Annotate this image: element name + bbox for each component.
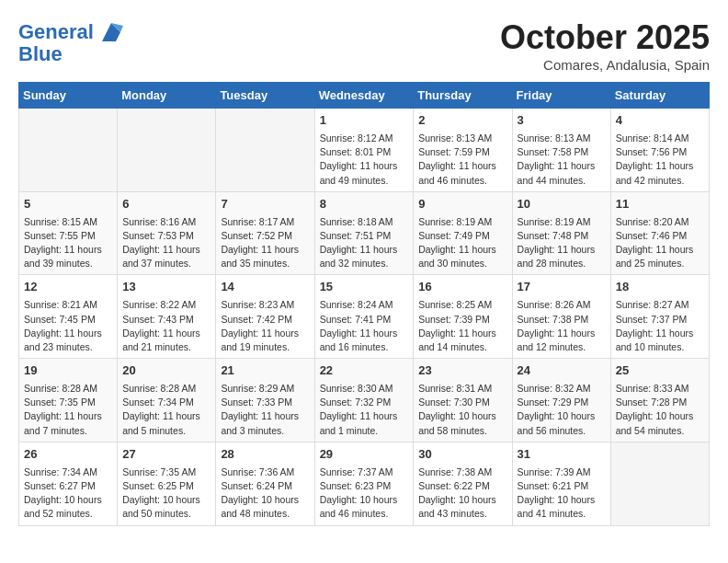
day-info: Sunrise: 8:22 AM [122, 298, 210, 312]
day-info: Sunset: 7:51 PM [320, 229, 409, 243]
day-info: Sunrise: 8:28 AM [24, 382, 112, 396]
calendar-cell: 24Sunrise: 8:32 AMSunset: 7:29 PMDayligh… [512, 359, 610, 442]
day-info: Daylight: 11 hours and 44 minutes. [518, 159, 606, 187]
calendar-cell: 12Sunrise: 8:21 AMSunset: 7:45 PMDayligh… [19, 275, 118, 359]
calendar-cell [118, 109, 216, 192]
day-number: 25 [616, 362, 704, 380]
day-info: Sunrise: 8:31 AM [418, 382, 506, 396]
day-number: 20 [122, 362, 210, 380]
day-header-friday: Friday [512, 83, 610, 109]
day-info: Sunset: 7:53 PM [122, 229, 210, 243]
day-info: Sunrise: 7:34 AM [24, 465, 112, 479]
day-info: Sunset: 7:34 PM [122, 396, 210, 409]
day-info: Sunset: 7:33 PM [221, 396, 309, 409]
day-number: 21 [221, 362, 309, 380]
day-info: Sunrise: 8:19 AM [518, 215, 606, 229]
day-info: Sunrise: 8:17 AM [221, 215, 309, 229]
day-info: Daylight: 10 hours and 56 minutes. [518, 409, 606, 437]
day-info: Sunrise: 8:19 AM [418, 215, 506, 229]
calendar-cell: 2Sunrise: 8:13 AMSunset: 7:59 PMDaylight… [414, 109, 512, 192]
day-number: 2 [418, 112, 506, 130]
day-info: Sunset: 7:28 PM [616, 396, 704, 409]
day-number: 10 [518, 196, 606, 213]
day-info: Daylight: 11 hours and 12 minutes. [518, 327, 606, 354]
day-number: 23 [418, 362, 506, 380]
day-info: Sunrise: 8:25 AM [418, 298, 506, 312]
day-info: Sunset: 7:35 PM [24, 396, 112, 409]
day-header-monday: Monday [118, 83, 216, 109]
day-info: Daylight: 11 hours and 3 minutes. [221, 409, 309, 437]
day-info: Daylight: 11 hours and 46 minutes. [418, 159, 506, 187]
day-info: Daylight: 11 hours and 21 minutes. [122, 327, 210, 354]
day-info: Sunset: 7:45 PM [24, 313, 112, 327]
calendar-cell [216, 109, 314, 192]
day-info: Sunrise: 8:33 AM [616, 382, 704, 396]
calendar-cell: 21Sunrise: 8:29 AMSunset: 7:33 PMDayligh… [216, 359, 314, 442]
day-info: Daylight: 11 hours and 30 minutes. [418, 243, 506, 270]
calendar-cell: 31Sunrise: 7:39 AMSunset: 6:21 PMDayligh… [512, 442, 610, 525]
page-header: General Blue October 2025 Comares, Andal… [18, 18, 710, 73]
day-number: 27 [122, 446, 210, 464]
day-number: 5 [24, 196, 112, 213]
day-number: 29 [320, 446, 409, 464]
day-info: Sunset: 7:46 PM [616, 229, 704, 243]
day-info: Daylight: 11 hours and 1 minute. [320, 409, 409, 437]
calendar-cell: 9Sunrise: 8:19 AMSunset: 7:49 PMDaylight… [414, 191, 512, 275]
calendar-cell: 18Sunrise: 8:27 AMSunset: 7:37 PMDayligh… [610, 275, 709, 359]
day-info: Sunset: 7:59 PM [418, 145, 506, 159]
day-info: Sunrise: 7:39 AM [518, 465, 606, 479]
day-info: Sunset: 6:22 PM [418, 479, 506, 493]
day-info: Daylight: 11 hours and 5 minutes. [122, 409, 210, 437]
calendar-cell: 30Sunrise: 7:38 AMSunset: 6:22 PMDayligh… [414, 442, 512, 525]
day-number: 22 [320, 362, 409, 380]
day-number: 31 [518, 446, 606, 464]
calendar-cell: 22Sunrise: 8:30 AMSunset: 7:32 PMDayligh… [314, 359, 414, 442]
calendar-cell: 16Sunrise: 8:25 AMSunset: 7:39 PMDayligh… [414, 275, 512, 359]
day-info: Daylight: 11 hours and 32 minutes. [320, 243, 409, 270]
calendar-cell: 14Sunrise: 8:23 AMSunset: 7:42 PMDayligh… [216, 275, 314, 359]
day-info: Sunrise: 8:29 AM [221, 382, 309, 396]
calendar-cell: 6Sunrise: 8:16 AMSunset: 7:53 PMDaylight… [118, 191, 216, 275]
day-info: Daylight: 11 hours and 49 minutes. [320, 159, 409, 187]
day-info: Daylight: 11 hours and 42 minutes. [616, 159, 704, 187]
day-number: 24 [518, 362, 606, 380]
calendar-cell: 25Sunrise: 8:33 AMSunset: 7:28 PMDayligh… [610, 359, 709, 442]
day-info: Daylight: 11 hours and 19 minutes. [221, 327, 309, 354]
day-info: Sunset: 7:41 PM [320, 313, 409, 327]
day-number: 6 [122, 196, 210, 213]
logo: General Blue [18, 18, 125, 66]
calendar-cell: 10Sunrise: 8:19 AMSunset: 7:48 PMDayligh… [512, 191, 610, 275]
day-info: Daylight: 10 hours and 50 minutes. [122, 493, 210, 521]
day-info: Sunrise: 7:38 AM [418, 465, 506, 479]
day-info: Sunrise: 8:14 AM [616, 132, 704, 145]
calendar-cell [19, 109, 118, 192]
day-number: 8 [320, 196, 409, 213]
calendar-week-4: 19Sunrise: 8:28 AMSunset: 7:35 PMDayligh… [19, 359, 710, 442]
day-info: Sunset: 7:49 PM [418, 229, 506, 243]
day-header-wednesday: Wednesday [314, 83, 414, 109]
day-info: Sunset: 7:56 PM [616, 145, 704, 159]
day-number: 19 [24, 362, 112, 380]
day-info: Sunset: 7:39 PM [418, 313, 506, 327]
day-info: Daylight: 11 hours and 28 minutes. [518, 243, 606, 270]
calendar-week-2: 5Sunrise: 8:15 AMSunset: 7:55 PMDaylight… [19, 191, 710, 275]
day-info: Sunrise: 8:32 AM [518, 382, 606, 396]
day-number: 11 [616, 196, 704, 213]
day-header-saturday: Saturday [610, 83, 709, 109]
day-info: Sunrise: 7:35 AM [122, 465, 210, 479]
month-title: October 2025 [500, 18, 710, 57]
logo-icon [97, 18, 125, 46]
day-info: Sunrise: 7:36 AM [221, 465, 309, 479]
calendar-cell [610, 442, 709, 525]
calendar-cell: 4Sunrise: 8:14 AMSunset: 7:56 PMDaylight… [610, 109, 709, 192]
day-number: 4 [616, 112, 704, 130]
day-info: Daylight: 11 hours and 14 minutes. [418, 327, 506, 354]
day-number: 7 [221, 196, 309, 213]
day-info: Sunset: 7:32 PM [320, 396, 409, 409]
calendar-cell: 28Sunrise: 7:36 AMSunset: 6:24 PMDayligh… [216, 442, 314, 525]
calendar-week-1: 1Sunrise: 8:12 AMSunset: 8:01 PMDaylight… [19, 109, 710, 192]
day-number: 3 [518, 112, 606, 130]
day-info: Daylight: 11 hours and 35 minutes. [221, 243, 309, 270]
day-info: Sunset: 6:27 PM [24, 479, 112, 493]
day-info: Daylight: 10 hours and 46 minutes. [320, 493, 409, 521]
